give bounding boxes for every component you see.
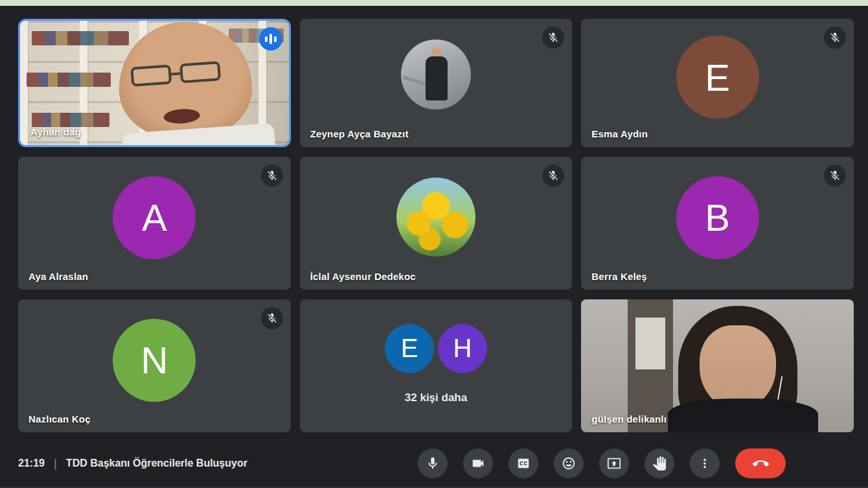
end-call-button[interactable] — [735, 448, 786, 478]
letter-avatar: N — [113, 319, 196, 402]
more-vert-icon — [698, 456, 712, 471]
closed-captions-icon — [516, 456, 531, 471]
mic-muted-badge — [261, 307, 283, 329]
participant-tile-nazlican[interactable]: N Nazlıcan Koç — [18, 299, 291, 432]
call-end-icon — [753, 456, 769, 472]
mic-off-icon — [266, 170, 278, 181]
camera-button[interactable] — [463, 448, 493, 478]
avatar-container — [300, 157, 573, 290]
overflow-avatars: E H — [385, 324, 487, 373]
letter-avatar: B — [676, 176, 759, 259]
letter-avatar: A — [113, 176, 196, 259]
meet-window: Ayhan dağ Zeynep Ayça Bayazıt E Esma Ayd… — [0, 0, 868, 488]
raise-hand-button[interactable] — [645, 448, 674, 478]
mic-off-icon — [266, 312, 278, 324]
mic-off-icon — [547, 170, 559, 181]
participant-name: Ayhan dağ — [30, 126, 81, 137]
mouth-decor — [163, 108, 200, 125]
overflow-participants-tile[interactable]: E H 32 kişi daha — [300, 299, 573, 432]
door-decor — [628, 299, 673, 432]
participant-tile-berra[interactable]: B Berra Keleş — [581, 157, 854, 290]
gulsen-video-feed — [581, 299, 854, 432]
captions-button[interactable] — [508, 448, 538, 478]
mic-icon — [426, 456, 440, 471]
participant-tile-zeynep[interactable]: Zeynep Ayça Bayazıt — [300, 19, 573, 147]
profile-photo-avatar-tulips — [396, 178, 475, 257]
separator: | — [54, 456, 57, 471]
letter-avatar: H — [438, 324, 487, 373]
participant-tile-aya[interactable]: A Aya Alraslan — [18, 157, 291, 290]
mic-muted-badge — [261, 165, 283, 187]
participant-name: Zeynep Ayça Bayazıt — [310, 128, 409, 139]
participant-tile-iclal[interactable]: İclal Aysenur Dedekoc — [300, 157, 573, 290]
person-face — [700, 325, 776, 410]
page-background-strip — [0, 0, 868, 6]
bottom-control-bar: 21:19 | TDD Başkanı Öğrencilerle Buluşuy… — [0, 441, 868, 486]
participant-tile-esma[interactable]: E Esma Aydın — [581, 19, 854, 147]
letter-avatar: E — [385, 324, 434, 373]
letter-avatar: E — [676, 36, 759, 119]
profile-photo-avatar — [401, 40, 471, 110]
participant-name: Esma Aydın — [591, 128, 648, 139]
present-screen-button[interactable] — [599, 448, 629, 478]
present-to-all-icon — [607, 456, 621, 471]
speaking-indicator — [259, 27, 282, 51]
mic-off-icon — [547, 32, 559, 43]
clock-time: 21:19 — [18, 458, 45, 469]
raised-hand-icon — [652, 456, 667, 471]
participant-name: Nazlıcan Koç — [29, 413, 91, 424]
meeting-title: TDD Başkanı Öğrencilerle Buluşuyor — [66, 458, 247, 469]
mic-off-icon — [829, 32, 841, 43]
mic-muted-badge — [824, 27, 846, 49]
reactions-button[interactable] — [554, 448, 584, 478]
participant-name: İclal Aysenur Dedekoc — [310, 271, 416, 282]
avatar-container: B — [581, 157, 854, 290]
overflow-container: E H 32 kişi daha — [300, 299, 573, 432]
meeting-info: 21:19 | TDD Başkanı Öğrencilerle Buluşuy… — [18, 456, 247, 471]
more-options-button[interactable] — [690, 448, 720, 478]
microphone-button[interactable] — [418, 448, 448, 478]
participant-grid: Ayhan dağ Zeynep Ayça Bayazıt E Esma Ayd… — [18, 19, 854, 432]
participant-tile-gulsen[interactable]: gülşen delikanlı — [581, 299, 854, 432]
person-body — [668, 399, 818, 432]
mic-muted-badge — [824, 165, 846, 187]
participant-tile-ayhan[interactable]: Ayhan dağ — [18, 19, 291, 147]
avatar-container: A — [18, 157, 291, 290]
videocam-icon — [471, 456, 485, 471]
bookshelf-decor — [32, 113, 109, 127]
call-controls — [418, 448, 786, 478]
bookshelf-decor — [27, 73, 111, 87]
participant-name: Aya Alraslan — [29, 271, 88, 282]
glasses-decor — [130, 61, 221, 87]
bookshelf-decor — [32, 31, 129, 45]
overflow-count-label: 32 kişi daha — [405, 391, 467, 404]
participant-name: gülşen delikanlı — [591, 413, 667, 424]
avatar-container: N — [18, 299, 291, 432]
mic-off-icon — [829, 170, 841, 181]
smiley-icon — [562, 456, 576, 471]
participant-name: Berra Keleş — [591, 271, 647, 282]
